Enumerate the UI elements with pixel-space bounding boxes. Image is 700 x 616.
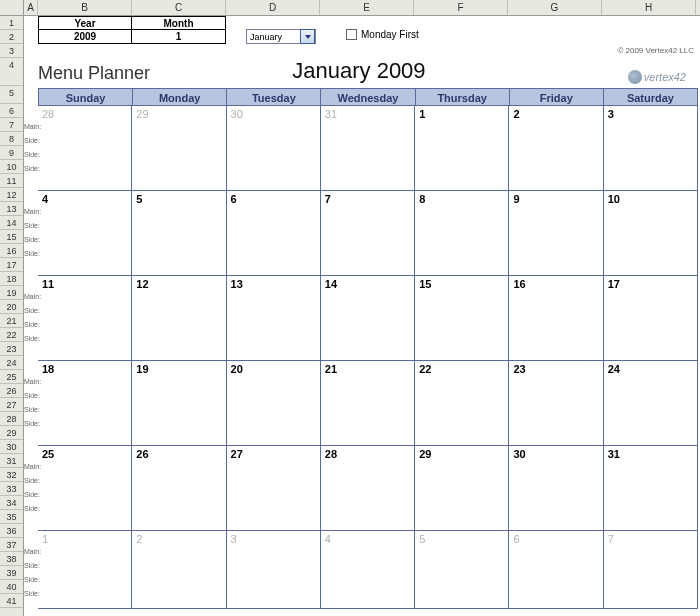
calendar-day-cell[interactable]: 23 [509,361,603,446]
row-header[interactable]: 39 [0,566,23,580]
row-header[interactable]: 40 [0,580,23,594]
col-header[interactable]: C [132,0,226,15]
calendar-day-cell[interactable]: 1 [38,531,132,609]
calendar-day-cell[interactable]: 17 [604,276,698,361]
row-header[interactable]: 38 [0,552,23,566]
calendar-day-cell[interactable]: 20 [227,361,321,446]
calendar-day-cell[interactable]: 24 [604,361,698,446]
row-header[interactable]: 17 [0,258,23,272]
row-header[interactable]: 3 [0,44,23,58]
calendar-day-cell[interactable]: 28 [321,446,415,531]
calendar-day-cell[interactable]: 22 [415,361,509,446]
calendar-day-cell[interactable]: 30 [509,446,603,531]
row-header[interactable]: 23 [0,342,23,356]
row-header[interactable]: 18 [0,272,23,286]
row-header[interactable]: 12 [0,188,23,202]
row-header[interactable]: 21 [0,314,23,328]
col-header[interactable]: F [414,0,508,15]
row-header[interactable]: 8 [0,132,23,146]
row-header[interactable]: 22 [0,328,23,342]
calendar-day-cell[interactable]: 25 [38,446,132,531]
calendar-day-cell[interactable]: 9 [509,191,603,276]
year-input[interactable]: 2009 [39,30,131,43]
row-header[interactable]: 10 [0,160,23,174]
row-header[interactable]: 5 [0,86,23,104]
calendar-day-cell[interactable]: 27 [227,446,321,531]
calendar-day-cell[interactable]: 16 [509,276,603,361]
calendar-day-cell[interactable]: 18 [38,361,132,446]
row-header[interactable]: 7 [0,118,23,132]
row-header[interactable]: 6 [0,104,23,118]
row-header[interactable]: 35 [0,510,23,524]
row-header[interactable]: 25 [0,370,23,384]
calendar-day-cell[interactable]: 2 [509,106,603,191]
day-number: 23 [513,363,525,375]
row-header[interactable]: 24 [0,356,23,370]
row-header[interactable]: 29 [0,426,23,440]
calendar-day-cell[interactable]: 31 [321,106,415,191]
calendar-day-cell[interactable]: 5 [132,191,226,276]
calendar-day-cell[interactable]: 12 [132,276,226,361]
calendar-day-cell[interactable]: 15 [415,276,509,361]
calendar-day-cell[interactable]: 1 [415,106,509,191]
calendar-day-cell[interactable]: 3 [227,531,321,609]
col-header[interactable]: B [38,0,132,15]
calendar-day-cell[interactable]: 7 [321,191,415,276]
row-header[interactable]: 28 [0,412,23,426]
row-header[interactable]: 13 [0,202,23,216]
row-header[interactable]: 41 [0,594,23,608]
row-header[interactable]: 15 [0,230,23,244]
calendar-day-cell[interactable]: 26 [132,446,226,531]
row-header[interactable]: 30 [0,440,23,454]
calendar-day-cell[interactable]: 8 [415,191,509,276]
col-header[interactable]: A [24,0,38,15]
col-header[interactable]: E [320,0,414,15]
row-header[interactable]: 4 [0,58,23,86]
calendar-day-cell[interactable]: 10 [604,191,698,276]
row-header[interactable]: 33 [0,482,23,496]
calendar-day-cell[interactable]: 29 [415,446,509,531]
month-input[interactable]: 1 [132,30,225,43]
row-header[interactable]: 20 [0,300,23,314]
row-header[interactable]: 19 [0,286,23,300]
row-header[interactable]: 2 [0,30,23,44]
calendar-day-cell[interactable]: 6 [227,191,321,276]
checkbox-icon[interactable] [346,29,357,40]
row-header[interactable]: 37 [0,538,23,552]
chevron-down-icon[interactable] [300,29,315,44]
calendar-day-cell[interactable]: 30 [227,106,321,191]
calendar-day-cell[interactable]: 6 [509,531,603,609]
calendar-day-cell[interactable]: 29 [132,106,226,191]
calendar-day-cell[interactable]: 13 [227,276,321,361]
calendar-day-cell[interactable]: 3 [604,106,698,191]
row-header[interactable]: 9 [0,146,23,160]
calendar-day-cell[interactable]: 7 [604,531,698,609]
row-header[interactable]: 11 [0,174,23,188]
row-header[interactable]: 27 [0,398,23,412]
col-header[interactable]: D [226,0,320,15]
calendar-day-cell[interactable]: 4 [38,191,132,276]
row-header[interactable]: 31 [0,454,23,468]
calendar-day-cell[interactable]: 11 [38,276,132,361]
calendar-day-cell[interactable]: 4 [321,531,415,609]
row-header[interactable]: 26 [0,384,23,398]
col-header[interactable]: G [508,0,602,15]
calendar-day-cell[interactable]: 19 [132,361,226,446]
calendar-day-cell[interactable]: 28 [38,106,132,191]
col-header[interactable]: H [602,0,696,15]
calendar-day-cell[interactable]: 2 [132,531,226,609]
calendar-day-cell[interactable]: 5 [415,531,509,609]
row-header[interactable]: 14 [0,216,23,230]
meal-row-label: Side: [24,148,38,162]
row-header[interactable]: 16 [0,244,23,258]
row-header[interactable]: 34 [0,496,23,510]
calendar-day-cell[interactable]: 31 [604,446,698,531]
calendar-day-cell[interactable]: 14 [321,276,415,361]
calendar-day-cell[interactable]: 21 [321,361,415,446]
row-header[interactable]: 1 [0,16,23,30]
row-header[interactable]: 36 [0,524,23,538]
row-header[interactable]: 32 [0,468,23,482]
month-dropdown[interactable]: January [246,29,316,44]
monday-first-checkbox[interactable]: Monday First [346,29,419,40]
select-all-corner[interactable] [0,0,24,15]
